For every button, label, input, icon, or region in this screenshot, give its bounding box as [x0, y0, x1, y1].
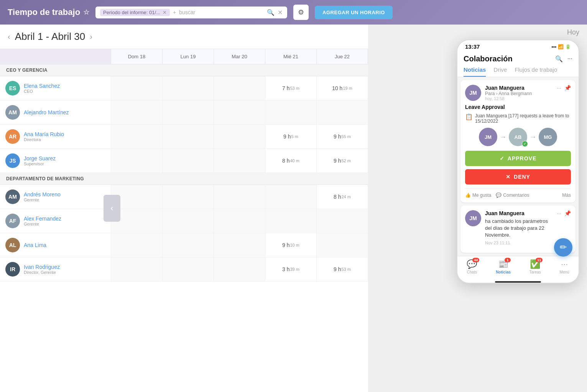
time-andres-mie: [265, 185, 317, 209]
employee-cell-andres[interactable]: AM Andrés Moreno Gerente: [0, 185, 111, 209]
avatar-anamaria: AR: [5, 129, 20, 144]
news2-pin-icon[interactable]: 📌: [564, 210, 571, 216]
dept-header-ceo: CEO Y GERENCIA: [0, 64, 368, 76]
emp-info-elena: Elena Sanchez CEO: [24, 83, 105, 94]
news-card1-header: JM Juan Manguera Para › Anna Bergmann ho…: [465, 85, 571, 101]
filter-close-icon[interactable]: ✕: [163, 10, 167, 15]
time-analima-mar: [214, 233, 265, 257]
prev-period-button[interactable]: ‹: [8, 32, 10, 41]
approve-check-icon: ✓: [500, 155, 505, 161]
comment-icon: 💬: [496, 193, 501, 198]
news-time: hoy, 12:58: [485, 96, 553, 101]
news-card-leave-approval: JM Juan Manguera Para › Anna Bergmann ho…: [460, 80, 575, 203]
phone-search-icon[interactable]: 🔍: [555, 55, 563, 63]
employee-cell-alex[interactable]: AF Alex Fernandez Gerente: [0, 209, 111, 233]
chats-label: Chats: [467, 270, 477, 274]
comment-action[interactable]: 💬 Comentarios: [496, 193, 529, 198]
employee-cell-alejandro[interactable]: AM Alejandro Martínez: [0, 100, 111, 125]
date-range-label: Abril 1 - Abril 30: [15, 31, 86, 43]
date-navigation: ‹ Abril 1 - Abril 30 ›: [0, 25, 368, 49]
emp-info-jorge: Jorge Suarez Supervisor: [24, 155, 105, 166]
flow-arrow-2: →: [529, 133, 536, 141]
tab-flujos[interactable]: Flujos de trabajo: [515, 66, 557, 77]
time-anamaria-lun: [163, 125, 214, 149]
clear-search-icon[interactable]: ✕: [278, 9, 283, 16]
employee-cell-jorge[interactable]: JS Jorge Suarez Supervisor: [0, 149, 111, 173]
col-header-dom18: Dom 18: [111, 49, 163, 64]
emp-name-jorge[interactable]: Jorge Suarez: [24, 155, 105, 161]
time-ivan-mar: [214, 257, 265, 282]
employee-cell-anamaria[interactable]: AR Ana María Rubio Directora: [0, 125, 111, 149]
more-action[interactable]: Más: [562, 193, 571, 198]
calendar-prev-arrow[interactable]: ‹: [104, 195, 120, 222]
emp-name-alex[interactable]: Alex Fernandez: [24, 216, 105, 222]
title-text: Tiempo de trabajo: [8, 7, 80, 17]
dept-header-marketing: Departamento de marketing: [0, 173, 368, 185]
col-header-lun19: Lun 19: [163, 49, 214, 64]
noticias-icon: 📰 1: [498, 259, 508, 269]
phone-app-header: Colaboración 🔍 ···: [457, 51, 579, 63]
tab-noticias[interactable]: Noticias: [464, 66, 486, 77]
avatar-analima: AL: [5, 238, 20, 252]
like-icon: 👍: [465, 193, 471, 198]
bottom-nav-tareas[interactable]: ✅ 11 Tareas: [529, 259, 541, 274]
phone-more-icon[interactable]: ···: [567, 55, 572, 63]
employee-cell-ivan[interactable]: IR Ivan Rodriguez Director, Gerente: [0, 257, 111, 282]
avatar-elena: ES: [5, 81, 20, 96]
add-filter-icon[interactable]: +: [173, 9, 176, 15]
news-card2-actions: ··· 📌: [557, 210, 571, 216]
deny-button[interactable]: ✕ DENY: [465, 169, 571, 184]
phone-time: 13:37: [465, 43, 480, 50]
emp-info-andres: Andrés Moreno Gerente: [24, 191, 105, 202]
emp-name-ivan[interactable]: Ivan Rodriguez: [24, 264, 105, 270]
approve-button[interactable]: ✓ APPROVE: [465, 151, 571, 166]
main-container: ‹ Abril 1 - Abril 30 › Dom 18 Lun 19 Mar…: [0, 25, 587, 392]
time-elena-dom: [111, 76, 163, 100]
tab-drive[interactable]: Drive: [493, 66, 507, 77]
bottom-nav-noticias[interactable]: 📰 1 Noticias: [496, 259, 511, 274]
phone-status-icons: ▪▪▪ 📶 🔋: [551, 44, 571, 49]
emp-info-alejandro: Alejandro Martínez: [24, 109, 105, 115]
emp-role-andres: Gerente: [24, 198, 105, 202]
add-schedule-button[interactable]: AGREGAR UN HORARIO: [315, 6, 393, 19]
star-icon[interactable]: ☆: [83, 8, 89, 16]
phone-tabs: Noticias Drive Flujos de trabajo: [457, 63, 579, 77]
employee-cell-elena[interactable]: ES Elena Sanchez CEO: [0, 76, 111, 100]
emp-name-analima[interactable]: Ana Lima: [24, 242, 105, 248]
emp-name-alejandro[interactable]: Alejandro Martínez: [24, 109, 105, 115]
home-indicator: [495, 281, 541, 283]
noticias-badge: 1: [505, 258, 511, 262]
time-andres-jue: 8 h 24 m: [317, 185, 368, 209]
like-action[interactable]: 👍 Me gusta: [465, 193, 491, 198]
bottom-nav-menu[interactable]: ··· Menú: [560, 259, 569, 274]
news-pin-icon[interactable]: 📌: [564, 85, 571, 91]
emp-name-anamaria[interactable]: Ana María Rubio: [24, 131, 105, 137]
time-alejandro-mar: [214, 100, 265, 125]
time-alejandro-mie: [265, 100, 317, 125]
emp-name-elena[interactable]: Elena Sanchez: [24, 83, 105, 89]
settings-button[interactable]: ⚙: [293, 5, 309, 20]
time-ivan-jue: 9 h 53 m: [317, 257, 368, 282]
news2-more-icon[interactable]: ···: [557, 210, 561, 216]
battery-icon: 🔋: [565, 44, 571, 49]
emp-name-andres[interactable]: Andrés Moreno: [24, 191, 105, 198]
time-alex-jue: [317, 209, 368, 233]
time-alejandro-dom: [111, 100, 163, 125]
time-anamaria-jue: 9 h 55 m: [317, 125, 368, 149]
next-period-button[interactable]: ›: [90, 32, 92, 41]
bottom-nav-chats[interactable]: 💬 44 Chats: [467, 259, 477, 274]
emp-info-anamaria: Ana María Rubio Directora: [24, 131, 105, 142]
emp-info-alex: Alex Fernandez Gerente: [24, 216, 105, 226]
noticias-label: Noticias: [496, 270, 511, 274]
time-anamaria-mie: 9 h 5 m: [265, 125, 317, 149]
app-header: Tiempo de trabajo ☆ Periodo del informe:…: [0, 0, 587, 25]
news-author: Juan Manguera: [485, 85, 553, 91]
filter-tag[interactable]: Periodo del informe: 01/... ✕: [100, 9, 170, 16]
employee-cell-analima[interactable]: AL Ana Lima: [0, 233, 111, 257]
col-header-jue22: Jue 22: [317, 49, 368, 64]
time-jorge-jue: 9 h 52 m: [317, 149, 368, 173]
news-more-icon[interactable]: ···: [557, 85, 561, 91]
fab-compose[interactable]: ✏: [554, 238, 572, 257]
search-icon[interactable]: 🔍: [267, 9, 275, 16]
flow-avatar-2: AB ✓: [509, 128, 527, 146]
